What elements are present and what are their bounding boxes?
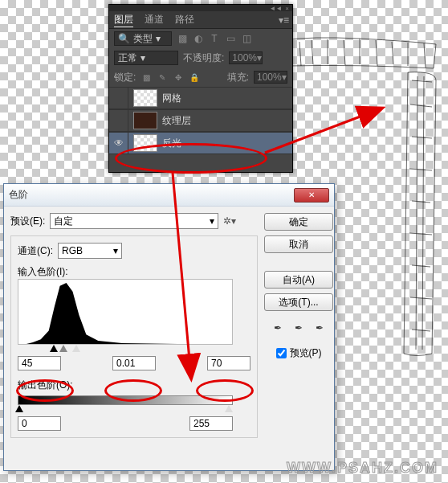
opacity-label: 不透明度: xyxy=(183,51,224,65)
eyedropper-white-icon[interactable]: ✒ xyxy=(312,321,327,335)
ok-button[interactable]: 确定 xyxy=(264,213,333,231)
chevron-down-icon: ▾ xyxy=(141,52,145,63)
preset-menu-icon[interactable]: ✲▾ xyxy=(223,215,236,227)
layers-panel: ◄◄ × 图层 通道 路径 ▾≡ 🔍 类型 ▾ ▩ ◐ T ▭ ◫ 正常 ▾ 不… xyxy=(108,4,293,173)
close-panel-icon[interactable]: × xyxy=(285,5,289,12)
midtone-input[interactable]: 0.01 xyxy=(112,356,156,370)
filter-kind-select[interactable]: 🔍 类型 ▾ xyxy=(114,31,172,46)
layer-thumbnail xyxy=(133,89,157,107)
lock-transparent-icon[interactable]: ▩ xyxy=(141,73,152,82)
preview-label: 预览(P) xyxy=(290,346,322,360)
filter-pixel-icon[interactable]: ▩ xyxy=(177,33,188,44)
channel-label: 通道(C): xyxy=(18,244,53,258)
tab-layers[interactable]: 图层 xyxy=(114,13,133,27)
shadow-input[interactable]: 45 xyxy=(18,356,61,370)
output-low-value: 0 xyxy=(22,418,27,429)
cancel-button[interactable]: 取消 xyxy=(264,235,333,253)
preview-checkbox[interactable]: 预览(P) xyxy=(276,346,322,360)
highlight-input[interactable]: 70 xyxy=(207,356,250,370)
watermark: WWW.PSAHZ.COM xyxy=(287,460,438,477)
input-levels-label: 输入色阶(I): xyxy=(18,266,68,277)
lock-paint-icon[interactable]: ✎ xyxy=(157,73,168,82)
layer-name: 纹理层 xyxy=(162,114,191,128)
visibility-toggle[interactable]: 👁 xyxy=(109,132,128,154)
filter-adjust-icon[interactable]: ◐ xyxy=(193,33,204,44)
filter-icons: ▩ ◐ T ▭ ◫ xyxy=(177,33,252,44)
blend-mode-value: 正常 xyxy=(118,51,137,65)
output-high-input[interactable]: 255 xyxy=(189,416,233,431)
lock-move-icon[interactable]: ✥ xyxy=(173,73,184,82)
tab-channels[interactable]: 通道 xyxy=(145,13,164,27)
lock-all-icon[interactable]: 🔒 xyxy=(189,73,200,82)
chevron-down-icon: ▾ xyxy=(282,72,287,83)
auto-button[interactable]: 自动(A) xyxy=(264,271,333,289)
fill-value: 100% xyxy=(257,72,282,83)
opacity-input[interactable]: 100%▾ xyxy=(229,51,263,64)
input-slider-track[interactable] xyxy=(18,345,233,353)
visibility-toggle[interactable] xyxy=(109,109,128,132)
preview-check-input[interactable] xyxy=(276,348,287,358)
blend-mode-select[interactable]: 正常 ▾ xyxy=(114,51,178,65)
channel-value: RGB xyxy=(62,245,83,256)
output-high-slider[interactable] xyxy=(225,405,233,412)
panel-menu-icon[interactable]: ▾≡ xyxy=(279,14,289,26)
midtone-value: 0.01 xyxy=(116,358,135,369)
channel-select[interactable]: RGB ▾ xyxy=(58,243,122,259)
search-icon: 🔍 xyxy=(118,33,130,44)
preset-value: 自定 xyxy=(54,215,73,228)
lock-label: 锁定: xyxy=(114,71,136,84)
output-gradient xyxy=(18,395,233,405)
preset-select[interactable]: 自定 ▾ xyxy=(50,213,218,229)
output-low-input[interactable]: 0 xyxy=(18,416,61,431)
opacity-value: 100% xyxy=(232,52,257,63)
shadow-slider[interactable] xyxy=(50,345,58,352)
output-low-slider[interactable] xyxy=(15,405,23,412)
highlight-value: 70 xyxy=(211,358,222,369)
layer-name: 反光 xyxy=(162,137,181,150)
midtone-slider[interactable] xyxy=(59,345,67,352)
layer-thumbnail xyxy=(133,112,157,129)
layer-row[interactable]: 纹理层 xyxy=(109,109,292,132)
filter-shape-icon[interactable]: ▭ xyxy=(225,33,236,44)
dialog-title: 色阶 xyxy=(9,188,294,202)
layer-row[interactable]: 网格 xyxy=(109,87,292,109)
eyedropper-black-icon[interactable]: ✒ xyxy=(271,321,285,335)
eyedropper-gray-icon[interactable]: ✒ xyxy=(291,321,306,335)
levels-dialog: 色阶 ✕ 预设(E): 自定 ▾ ✲▾ 通道(C): RGB ▾ xyxy=(3,183,335,471)
chevron-down-icon: ▾ xyxy=(257,52,262,63)
layer-thumbnail xyxy=(133,134,157,152)
layer-name: 网格 xyxy=(162,92,181,105)
tab-paths[interactable]: 路径 xyxy=(175,13,194,27)
close-button[interactable]: ✕ xyxy=(294,188,329,203)
output-levels-label: 输出色阶(O): xyxy=(18,379,73,391)
dialog-titlebar[interactable]: 色阶 ✕ xyxy=(4,184,334,207)
chevron-down-icon: ▾ xyxy=(113,245,118,256)
collapse-icon[interactable]: ◄◄ xyxy=(269,5,282,12)
layer-row-selected[interactable]: 👁 反光 xyxy=(109,132,292,154)
highlight-slider[interactable] xyxy=(72,345,80,352)
chevron-down-icon: ▾ xyxy=(210,215,214,227)
chevron-down-icon: ▾ xyxy=(156,33,161,44)
filter-type-icon[interactable]: T xyxy=(209,33,220,44)
visibility-toggle[interactable] xyxy=(109,87,128,109)
filter-kind-label: 类型 xyxy=(133,32,153,46)
fill-label: 填充: xyxy=(227,71,249,84)
output-high-value: 255 xyxy=(193,418,210,429)
filter-smart-icon[interactable]: ◫ xyxy=(241,33,252,44)
histogram xyxy=(18,279,233,345)
output-slider-track[interactable] xyxy=(18,405,233,413)
preset-label: 预设(E): xyxy=(10,215,45,228)
fill-input[interactable]: 100%▾ xyxy=(254,71,287,84)
options-button[interactable]: 选项(T)... xyxy=(264,293,333,311)
shadow-value: 45 xyxy=(22,358,32,369)
